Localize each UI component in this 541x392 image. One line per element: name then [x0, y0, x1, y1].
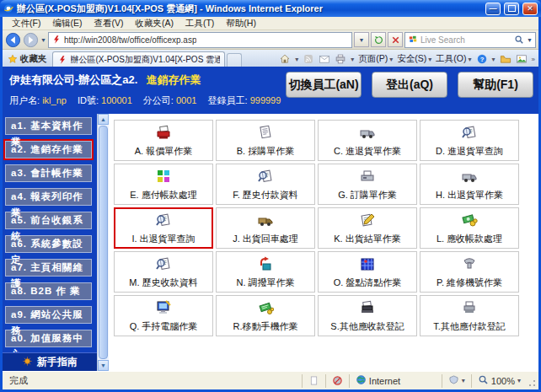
sidebar-item-5[interactable]: a5. 前台收銀系統	[5, 212, 92, 229]
grid-cell-2[interactable]: B. 採購單作業	[216, 120, 315, 161]
computer-icon	[155, 299, 172, 320]
tab-active[interactable]: 辦公區(X-POS加盟商)V1.04[X-POS 雲通網]	[52, 51, 225, 67]
zone-shield-icon[interactable]: ▾	[442, 374, 471, 388]
search-options-icon[interactable]: ▼	[527, 37, 533, 43]
help-icon[interactable]: ?	[476, 53, 488, 65]
grid-cell-17[interactable]: Q. 手持電腦作業	[114, 295, 213, 336]
restore-button[interactable]	[504, 3, 519, 15]
menu-item-2[interactable]: 编辑(E)	[46, 18, 88, 30]
home-icon[interactable]	[279, 53, 291, 65]
truck-icon	[461, 168, 478, 188]
phone-icon	[461, 255, 478, 276]
grid-cell-3[interactable]: C. 進退貨單作業	[318, 120, 417, 161]
grid-cell-8[interactable]: H. 出退貨單作業	[420, 164, 519, 205]
grid-cell-6[interactable]: F. 歷史付款資料	[216, 164, 315, 205]
sidebar-item-2[interactable]: a2. 進銷存作業	[5, 141, 92, 158]
grid-cell-label: J. 出貨回車處理	[233, 233, 298, 245]
grid-cell-label: B. 採購單作業	[237, 145, 294, 158]
search-magnifier-icon[interactable]	[514, 35, 524, 45]
minimize-button[interactable]: —	[485, 3, 501, 15]
sidebar-item-1[interactable]: a1. 基本資料作業	[5, 117, 92, 135]
grid-cell-9[interactable]: I. 出退貨單查詢	[114, 207, 213, 249]
menu-item-6[interactable]: 帮助(H)	[220, 18, 262, 30]
toolbar-overflow-icon[interactable]: »	[532, 56, 535, 63]
resize-grip[interactable]	[527, 374, 537, 388]
menu-item-3[interactable]: 查看(V)	[88, 18, 129, 30]
scroll-thumb[interactable]	[99, 126, 108, 359]
grid-cell-11[interactable]: K. 出貨結單作業	[318, 207, 417, 249]
switch-employee-button[interactable]: 切換員工(aN)	[286, 72, 362, 98]
menu-item-5[interactable]: 工具(T)	[179, 18, 220, 30]
zoom-magnifier-icon	[478, 374, 489, 387]
grid-cell-12[interactable]: L. 應收帳款處理	[420, 207, 519, 249]
grid-cell-20[interactable]: T.其他應付款登記	[420, 295, 519, 336]
zoom-control[interactable]: 100%▾	[471, 374, 527, 388]
menu-item-4[interactable]: 收藏夹(A)	[129, 18, 179, 30]
printer-red-icon	[155, 124, 172, 144]
page-menu-button[interactable]: 页面(P)▾	[358, 53, 393, 65]
snapshot-addon-icon[interactable]	[516, 53, 528, 65]
grid-cell-18[interactable]: R.移動手機作業	[216, 295, 315, 336]
sidebar-item-6[interactable]: a6. 系統參數設定	[5, 235, 92, 253]
grid-cell-1[interactable]: A. 報價單作業	[114, 120, 213, 161]
sidebar-item-3[interactable]: a3. 會計帳作業	[5, 164, 92, 182]
money-card-icon	[257, 299, 274, 320]
address-input[interactable]: http://win2008/tw/office/officexp.asp	[48, 32, 352, 48]
favorites-button[interactable]: 收藏夹	[4, 53, 52, 67]
tab-title: 辦公區(X-POS加盟商)V1.04[X-POS 雲通網]	[71, 54, 220, 66]
grid-cell-label: E. 應付帳款處理	[130, 189, 196, 201]
close-button[interactable]: ✕	[522, 3, 538, 15]
safety-menu-button[interactable]: 安全(S)▾	[397, 53, 431, 65]
refresh-button[interactable]	[371, 32, 386, 47]
sidebar-item-4[interactable]: a4. 報表列印作業	[5, 188, 92, 206]
tools-menu-button[interactable]: 工具(O)▾	[436, 53, 471, 65]
feeds-icon[interactable]	[303, 53, 314, 65]
grid-cell-label: L. 應收帳款處理	[437, 233, 502, 245]
new-tab-button[interactable]	[227, 53, 242, 67]
grid-cell-5[interactable]: E. 應付帳款處理	[114, 164, 213, 205]
folder-addon-icon[interactable]	[500, 53, 512, 65]
forward-button[interactable]	[23, 32, 39, 48]
back-button[interactable]	[5, 32, 21, 48]
sidebar-item-9[interactable]: a9. 網站公共服務	[5, 306, 92, 324]
address-dropdown-button[interactable]: ▼	[354, 32, 369, 47]
ie-icon	[3, 3, 13, 13]
search-input[interactable]: Live Search ▼	[404, 32, 536, 48]
fax-icon	[359, 168, 376, 188]
grid-cell-7[interactable]: G. 訂購單作業	[318, 164, 417, 205]
grid-cell-label: R.移動手機作業	[233, 320, 298, 333]
sidebar-item-8[interactable]: a8. B2B 作 業	[5, 282, 92, 300]
logout-button[interactable]: 登出(aQ)	[372, 72, 447, 98]
menu-item-1[interactable]: 文件(F)	[6, 18, 46, 30]
grid-cell-10[interactable]: J. 出貨回車處理	[216, 207, 315, 249]
help-button[interactable]: 幫助(F1)	[458, 72, 533, 98]
grid-cell-label: T.其他應付款登記	[433, 320, 506, 333]
newbie-guide-button[interactable]: 新手指南	[3, 352, 97, 371]
page-title-highlight: 進銷存作業	[146, 73, 201, 86]
sidebar-item-10[interactable]: a0. 加值服務中心	[5, 330, 92, 347]
grid-cell-15[interactable]: O. 盤點清點作業	[318, 251, 417, 293]
security-zone[interactable]: Internet	[349, 374, 442, 388]
grid-cell-label: I. 出退貨單查詢	[131, 233, 195, 245]
site-favicon	[51, 35, 62, 45]
search-doc-icon	[257, 168, 274, 188]
read-mail-icon[interactable]	[319, 53, 330, 65]
grid-cell-13[interactable]: M. 歷史收款資料	[114, 251, 213, 293]
grid-cell-16[interactable]: P. 維修機號作業	[420, 251, 519, 293]
tab-favicon	[57, 55, 67, 65]
grid-cell-label: G. 訂購單作業	[338, 189, 397, 201]
scroll-down-icon[interactable]: ▼	[98, 360, 109, 371]
history-dropdown-icon[interactable]: ▼	[40, 37, 46, 43]
truck-icon	[359, 124, 376, 144]
scroll-up-icon[interactable]: ▲	[98, 114, 109, 125]
sidebar-item-7[interactable]: a7. 主頁相關維護	[5, 259, 92, 277]
status-page-icon	[302, 374, 325, 388]
search-doc-icon	[155, 255, 172, 276]
grid-cell-4[interactable]: D. 進退貨單查詢	[420, 120, 519, 161]
grid-cell-19[interactable]: S.其他應收款登記	[318, 295, 417, 336]
globe-icon	[356, 374, 367, 387]
grid-cell-14[interactable]: N. 調撥單作業	[216, 251, 315, 293]
grid-cell-label: N. 調撥單作業	[236, 277, 294, 289]
stop-button[interactable]	[388, 32, 403, 47]
print-icon[interactable]	[335, 53, 346, 65]
